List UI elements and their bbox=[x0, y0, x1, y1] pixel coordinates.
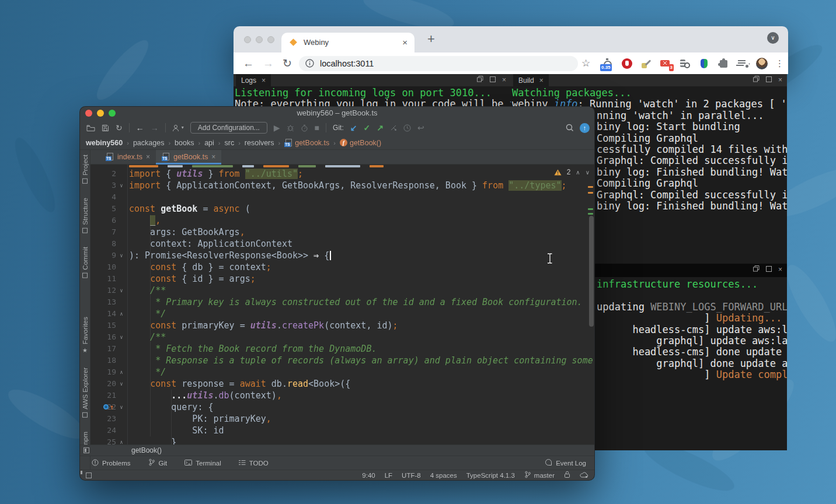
toolwindow-button-problems[interactable]: Problems bbox=[92, 459, 131, 467]
close-icon[interactable]: × bbox=[262, 76, 266, 85]
restore-icon[interactable] bbox=[753, 265, 760, 274]
editor-scrollbar[interactable] bbox=[589, 216, 594, 327]
gutter-run-icon[interactable]: ↑ bbox=[103, 402, 117, 411]
maximize-icon[interactable] bbox=[766, 76, 772, 84]
status-lf[interactable]: LF bbox=[385, 472, 392, 479]
restore-icon[interactable] bbox=[477, 76, 483, 84]
fold-marker[interactable]: ∨ bbox=[116, 378, 127, 390]
ide-title-bar[interactable]: webiny560 – getBook.ts bbox=[80, 107, 594, 120]
mail-extension-icon[interactable]: 3 bbox=[660, 58, 671, 69]
back-icon[interactable]: ← bbox=[243, 52, 254, 74]
maximize-icon[interactable] bbox=[766, 265, 772, 274]
navigate-back-icon[interactable]: ← bbox=[136, 123, 144, 132]
status-cloud-icon[interactable] bbox=[580, 471, 588, 480]
breadcrumb-item[interactable]: books bbox=[175, 139, 194, 147]
git-commit-icon[interactable]: ✓ bbox=[363, 123, 370, 132]
url-text[interactable]: localhost:3011 bbox=[320, 56, 374, 71]
save-icon[interactable] bbox=[102, 124, 109, 132]
window-zoom-button[interactable] bbox=[267, 36, 274, 43]
logs-terminal-tab[interactable]: Logs × bbox=[236, 74, 271, 86]
new-tab-button[interactable]: + bbox=[427, 29, 435, 50]
status-typescript-4-1-3[interactable]: TypeScript 4.1.3 bbox=[466, 472, 515, 479]
git-update-icon[interactable]: ↙ bbox=[350, 123, 357, 132]
playlist-extension-icon[interactable] bbox=[737, 58, 748, 69]
code-editor[interactable]: 2import { utils } from "../utils";3∨impo… bbox=[90, 164, 594, 444]
status-4-spaces[interactable]: 4 spaces bbox=[430, 472, 457, 479]
event-log-button[interactable]: Event Log bbox=[545, 459, 586, 467]
fold-marker[interactable]: ∨ bbox=[116, 285, 127, 296]
close-icon[interactable]: × bbox=[502, 76, 506, 84]
profiler-icon[interactable] bbox=[301, 124, 308, 132]
stopwatch-extension-icon[interactable]: 0.35 bbox=[602, 58, 614, 69]
stripe-commit[interactable]: Commit bbox=[82, 247, 89, 278]
close-icon[interactable]: × bbox=[146, 153, 150, 161]
status-utf-8[interactable]: UTF-8 bbox=[402, 472, 421, 479]
status-master[interactable]: master bbox=[524, 471, 555, 480]
restore-icon[interactable] bbox=[753, 76, 760, 84]
status-lock-icon[interactable] bbox=[564, 471, 570, 480]
toolwindow-button-todo[interactable]: TODO bbox=[239, 460, 269, 467]
address-bar[interactable]: localhost:3011 bbox=[299, 56, 578, 71]
close-icon[interactable]: × bbox=[211, 153, 215, 161]
window-minimize-button[interactable] bbox=[97, 110, 104, 117]
status-9-40[interactable]: 9:40 bbox=[362, 472, 375, 479]
fold-marker[interactable]: ∧ bbox=[116, 366, 127, 378]
reload-icon[interactable]: ↻ bbox=[283, 52, 292, 74]
shield-extension-icon[interactable] bbox=[698, 58, 710, 69]
toolwindow-toggle-icon[interactable] bbox=[86, 473, 92, 478]
fold-marker[interactable]: ∨ bbox=[116, 331, 127, 343]
sync-icon[interactable]: ↻ bbox=[116, 123, 123, 132]
tab-close-icon[interactable]: × bbox=[402, 33, 407, 52]
browser-tab[interactable]: Webiny × bbox=[281, 33, 414, 52]
stripe-project[interactable]: Project bbox=[82, 155, 89, 184]
colorpicker-extension-icon[interactable] bbox=[640, 58, 652, 69]
toolwindow-button-git[interactable]: Git bbox=[148, 459, 168, 467]
breadcrumb-item[interactable]: webiny560 bbox=[86, 139, 123, 147]
breadcrumb-item[interactable]: resolvers bbox=[245, 139, 274, 147]
stripe-structure[interactable]: Structure bbox=[82, 198, 89, 233]
breadcrumb-item[interactable]: src bbox=[224, 139, 234, 147]
maximize-icon[interactable] bbox=[490, 76, 496, 84]
search-everywhere-icon[interactable] bbox=[566, 124, 574, 132]
window-close-button[interactable] bbox=[244, 36, 251, 43]
breadcrumb-item[interactable]: fgetBook() bbox=[340, 139, 381, 147]
close-icon[interactable]: × bbox=[539, 76, 544, 85]
toolwindow-button-terminal[interactable]: Terminal bbox=[184, 459, 221, 467]
puzzle-extension-icon[interactable] bbox=[717, 58, 729, 69]
fold-marker[interactable]: ∧ bbox=[116, 308, 127, 320]
user-profile-icon[interactable]: ▾ bbox=[172, 123, 184, 132]
add-configuration-button[interactable]: Add Configuration... bbox=[190, 122, 267, 134]
build-terminal-tab[interactable]: Build × bbox=[513, 74, 549, 86]
window-zoom-button[interactable] bbox=[109, 110, 116, 117]
tab-search-button[interactable]: ∨ bbox=[767, 32, 779, 44]
inspection-widget[interactable]: 2 ∧ ∨ bbox=[554, 168, 590, 176]
toolwindow-icon[interactable] bbox=[83, 447, 89, 453]
fold-marker[interactable]: ∨ bbox=[116, 180, 127, 191]
bookmark-star-icon[interactable]: ☆ bbox=[581, 52, 590, 74]
menu-extension-icon[interactable]: ⋮ bbox=[775, 58, 781, 69]
git-push-icon[interactable]: ↗ bbox=[377, 123, 384, 132]
adblock-extension-icon[interactable] bbox=[621, 58, 633, 69]
site-info-icon[interactable] bbox=[305, 59, 314, 70]
close-icon[interactable]: × bbox=[778, 76, 782, 84]
warning-marker[interactable] bbox=[588, 192, 593, 194]
seo-extension-icon[interactable] bbox=[679, 58, 691, 69]
debug-bug-icon[interactable] bbox=[287, 124, 294, 132]
previous-warning-icon[interactable]: ∧ bbox=[576, 169, 580, 176]
run-icon[interactable]: ▶ bbox=[274, 123, 280, 132]
fold-marker[interactable]: ∧ bbox=[116, 436, 127, 444]
ide-update-icon[interactable]: ↑ bbox=[580, 123, 590, 133]
close-icon[interactable]: × bbox=[778, 265, 782, 274]
window-minimize-button[interactable] bbox=[256, 36, 263, 43]
editor-tab-index-ts[interactable]: TSindex.ts× bbox=[100, 150, 156, 164]
warning-marker[interactable] bbox=[588, 186, 593, 188]
fold-marker[interactable]: ∨ bbox=[116, 250, 127, 261]
open-folder-icon[interactable] bbox=[86, 124, 95, 132]
breadcrumb-item[interactable]: TSgetBook.ts bbox=[284, 139, 329, 147]
editor-tab-getBook-ts[interactable]: TSgetBook.ts× bbox=[156, 150, 221, 164]
window-close-button[interactable] bbox=[85, 110, 92, 117]
breadcrumb-item[interactable]: packages bbox=[133, 139, 165, 147]
breadcrumb-item[interactable]: api bbox=[204, 139, 214, 147]
stripe-aws-explorer[interactable]: AWS Explorer bbox=[82, 368, 89, 418]
avatar-extension-icon[interactable] bbox=[756, 58, 768, 69]
